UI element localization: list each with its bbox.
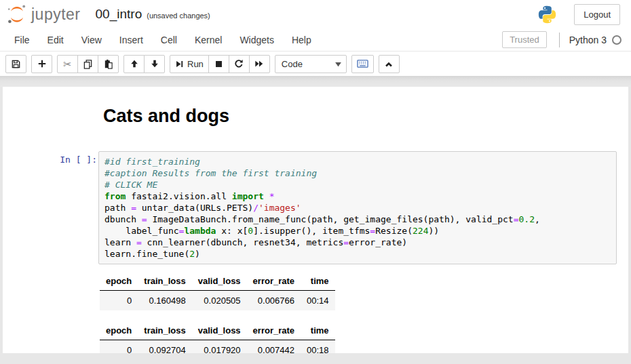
interrupt-kernel-button[interactable] (208, 55, 229, 73)
table-row: 00.1604980.0205050.00676600:14 (100, 291, 335, 311)
table-row: 00.0927040.0179200.00744200:18 (100, 340, 335, 354)
code-line: label_func=lambda x: x[0].isupper(), ite… (104, 225, 613, 237)
table-cell: 00:14 (301, 291, 335, 311)
code-line: #caption Results from the first training (104, 167, 613, 179)
code-line: dbunch = ImageDataBunch.from_name_func(p… (104, 214, 613, 225)
menu-insert[interactable]: Insert (111, 29, 152, 51)
table-cell: 0.092704 (138, 340, 191, 354)
save-button[interactable] (5, 55, 26, 73)
plus-icon (37, 59, 47, 68)
header-top-row: jupyter 00_intro (unsaved changes) Logou… (0, 0, 631, 28)
keyboard-icon (357, 59, 368, 68)
cell-type-dropdown[interactable]: Code (275, 55, 347, 73)
restart-kernel-button[interactable] (229, 55, 250, 73)
column-header: error_rate (247, 322, 301, 340)
output-tables: epochtrain_lossvalid_losserror_ratetime0… (3, 272, 628, 353)
jupyter-logo-icon (5, 3, 28, 26)
column-header: epoch (100, 272, 138, 291)
menu-file[interactable]: File (5, 29, 39, 51)
markdown-heading: Cats and dogs (103, 106, 229, 127)
stop-icon (214, 60, 223, 68)
insert-cell-below-button[interactable] (31, 55, 52, 73)
table-cell: 0.017920 (192, 340, 247, 354)
table-header-row: epochtrain_lossvalid_losserror_ratetime (100, 322, 335, 340)
code-line: from fastai2.vision.all import * (104, 190, 613, 202)
arrow-up-icon (130, 59, 139, 68)
save-icon (11, 59, 21, 69)
kernel-name: Python 3 (569, 35, 607, 45)
paste-icon (103, 59, 113, 69)
arrow-down-icon (150, 59, 159, 68)
fast-forward-icon (254, 59, 264, 68)
code-line: path = untar_data(URLs.PETS)/'images' (104, 202, 613, 214)
column-header: valid_loss (192, 322, 247, 340)
restart-run-all-button[interactable] (249, 55, 270, 73)
trusted-badge[interactable]: Trusted (502, 31, 547, 48)
menu-widgets[interactable]: Widgets (231, 29, 283, 51)
column-header: error_rate (247, 272, 301, 291)
code-line: learn = cnn_learner(dbunch, resnet34, me… (104, 237, 613, 248)
run-label: Run (187, 59, 204, 69)
menu-divider (559, 33, 560, 47)
run-button[interactable]: Run (170, 55, 209, 73)
table-cell: 0.160498 (138, 291, 191, 311)
training-results-table-2: epochtrain_lossvalid_losserror_ratetime0… (100, 322, 335, 353)
column-header: time (301, 272, 335, 291)
jupyter-logo-text: jupyter (31, 5, 81, 24)
menu-edit[interactable]: Edit (39, 29, 73, 51)
table-cell: 0 (100, 291, 138, 311)
table-cell: 0.007442 (247, 340, 301, 354)
input-prompt: In [ ]: (3, 151, 98, 264)
step-forward-icon (175, 60, 184, 68)
table-header-row: epochtrain_lossvalid_losserror_ratetime (100, 272, 335, 291)
move-cell-down-button[interactable] (144, 55, 165, 73)
code-line: # CLICK ME (104, 179, 613, 190)
logout-button[interactable]: Logout (574, 4, 620, 25)
markdown-cell[interactable]: Cats and dogs (3, 96, 628, 134)
column-header: epoch (100, 322, 138, 340)
table-cell: 00:18 (301, 340, 335, 354)
header-shadow (0, 76, 631, 87)
caret-up-icon (384, 60, 394, 68)
cut-cells-button[interactable]: ✂ (57, 55, 78, 73)
menu-cell[interactable]: Cell (152, 29, 186, 51)
paste-cells-button[interactable] (98, 55, 119, 73)
toolbar: ✂ (0, 52, 631, 76)
chevron-down-icon (335, 62, 341, 67)
column-header: valid_loss (192, 272, 247, 291)
menu-kernel[interactable]: Kernel (186, 29, 231, 51)
notebook-header: jupyter 00_intro (unsaved changes) Logou… (0, 0, 631, 76)
copy-icon (83, 59, 93, 69)
menu-items: FileEditViewInsertCellKernelWidgetsHelp (5, 29, 320, 51)
restart-icon (234, 59, 244, 68)
python-logo-icon (538, 5, 556, 24)
table-cell: 0.020505 (192, 291, 247, 311)
kernel-idle-icon (612, 35, 622, 45)
code-cell: In [ ]: #id first_training#caption Resul… (3, 151, 628, 264)
copy-cells-button[interactable] (77, 55, 98, 73)
table-cell: 0.006766 (247, 291, 301, 311)
code-line: #id first_training (104, 156, 613, 167)
scissors-icon: ✂ (63, 59, 72, 69)
command-palette-button[interactable] (351, 55, 374, 73)
column-header: train_loss (138, 322, 191, 340)
training-results-table-1: epochtrain_lossvalid_losserror_ratetime0… (100, 272, 335, 310)
markdown-cell-prompt (3, 96, 98, 134)
menu-view[interactable]: View (73, 29, 111, 51)
notebook-title[interactable]: 00_intro (96, 7, 142, 22)
notebook-area: Cats and dogs In [ ]: #id first_training… (3, 87, 628, 353)
column-header: train_loss (138, 272, 191, 291)
menu-bar: FileEditViewInsertCellKernelWidgetsHelp … (0, 28, 631, 52)
table-cell: 0 (100, 340, 138, 354)
menu-help[interactable]: Help (283, 29, 320, 51)
code-line: learn.fine_tune(2) (104, 248, 613, 260)
caret-up-button[interactable] (379, 55, 400, 73)
move-cell-up-button[interactable] (123, 55, 145, 73)
jupyter-logo[interactable]: jupyter (5, 3, 81, 26)
code-area: #id first_training#caption Results from … (104, 156, 613, 260)
cell-type-value: Code (282, 59, 303, 69)
code-editor[interactable]: #id first_training#caption Results from … (98, 151, 617, 264)
checkpoint-status: (unsaved changes) (147, 12, 210, 20)
column-header: time (301, 322, 335, 340)
